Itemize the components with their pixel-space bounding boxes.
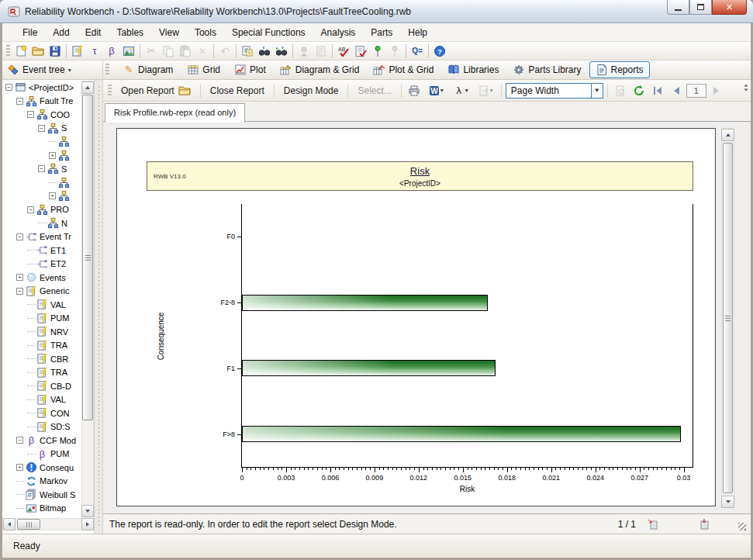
tree-item-ccf-mod[interactable]: −βCCF Mod	[2, 434, 81, 448]
tau-symbol-button[interactable]: τ	[86, 43, 103, 60]
tree-item-generic[interactable]: −Generic	[2, 285, 81, 299]
next-page-button[interactable]	[708, 82, 725, 99]
report-vertical-scrollbar[interactable]	[721, 128, 734, 508]
tree-item-cb-d[interactable]: CB-D	[2, 379, 81, 393]
first-page-button[interactable]	[649, 82, 666, 99]
refresh-button[interactable]	[630, 82, 648, 99]
tab-parts-library[interactable]: Parts Library	[506, 61, 587, 78]
page-number-input[interactable]: 1	[686, 84, 706, 98]
collapse-toggle-icon[interactable]: −	[16, 288, 23, 295]
tab-diagram-grid[interactable]: Diagram & Grid	[274, 61, 366, 78]
tree-item-event-tr[interactable]: −Event Tr	[2, 230, 81, 244]
tree-item-et1[interactable]: ET1	[2, 244, 81, 258]
menu-parts[interactable]: Parts	[363, 24, 400, 41]
restore-button[interactable]	[689, 0, 712, 15]
tree-item[interactable]	[2, 176, 81, 190]
tab-grid[interactable]: Grid	[181, 61, 226, 78]
toolbar-overflow-button[interactable]	[744, 84, 748, 92]
scroll-up-button[interactable]	[81, 81, 94, 94]
tab-diagram[interactable]: ✎Diagram	[116, 61, 179, 78]
toolbar-grip[interactable]	[105, 64, 109, 76]
export-lambda-button[interactable]: λ▾	[449, 82, 472, 99]
menu-special-functions[interactable]: Special Functions	[224, 24, 313, 41]
verify-button[interactable]	[295, 43, 313, 60]
collapse-toggle-icon[interactable]: −	[16, 98, 23, 105]
tree-item-tra[interactable]: TRA	[2, 339, 81, 353]
tree-item-s[interactable]: −S	[2, 162, 81, 176]
tree-scroll-thumb[interactable]	[82, 95, 93, 420]
tab-reports[interactable]: Reports	[589, 61, 650, 78]
pin-gray-button[interactable]	[386, 43, 403, 60]
collapse-toggle-icon[interactable]: −	[5, 84, 12, 91]
open-project-button[interactable]	[29, 43, 47, 60]
close-report-button[interactable]: Close Report	[205, 83, 270, 99]
report-scroll-thumb[interactable]	[723, 143, 733, 493]
project-options-button[interactable]	[313, 43, 330, 60]
zoom-combobox[interactable]: Page Width ▼	[506, 83, 603, 99]
open-report-button[interactable]: Open Report	[116, 82, 196, 99]
q-equals-button[interactable]: Q=	[409, 43, 426, 60]
tab-plot-grid[interactable]: Plot & Grid	[367, 61, 440, 78]
tree-item-consequ[interactable]: +Consequ	[2, 461, 81, 475]
main-toolbar-grip[interactable]	[6, 45, 10, 57]
collapse-toggle-icon[interactable]: −	[16, 233, 23, 240]
tree-item-events[interactable]: +Events	[2, 271, 81, 285]
add-image-button[interactable]	[120, 43, 137, 60]
collapse-toggle-icon[interactable]: −	[27, 206, 34, 213]
tree-vertical-scrollbar[interactable]	[81, 81, 94, 517]
zoom-marker-icon[interactable]	[647, 518, 659, 531]
tree-item-pum[interactable]: PUM	[2, 312, 81, 326]
previous-page-button[interactable]	[668, 82, 685, 99]
tree-item[interactable]	[2, 135, 81, 149]
tree-item-s[interactable]: −S	[2, 122, 81, 136]
export-word-button[interactable]: W▾	[424, 82, 447, 99]
tree-item-projectid[interactable]: −<ProjectID>	[2, 81, 81, 95]
tree-item-val[interactable]: VAL	[2, 393, 81, 407]
collapse-toggle-icon[interactable]: −	[16, 437, 23, 444]
collapse-toggle-icon[interactable]: −	[27, 111, 34, 118]
tree-item-val[interactable]: VAL	[2, 298, 81, 312]
tree-item-tra[interactable]: TRA	[2, 366, 81, 380]
copy-table-button[interactable]	[239, 43, 256, 60]
new-project-button[interactable]	[12, 43, 29, 60]
pin-green-button[interactable]	[369, 43, 386, 60]
print-button[interactable]	[406, 82, 423, 99]
tree-item-et2[interactable]: ET2	[2, 258, 81, 271]
report-scroll-up-button[interactable]	[721, 129, 734, 141]
menu-view[interactable]: View	[151, 24, 187, 41]
scroll-left-button[interactable]	[3, 518, 16, 531]
panel-splitter[interactable]	[94, 80, 103, 534]
undo-button[interactable]: ↶	[216, 43, 233, 60]
tree-item-n[interactable]: N	[2, 216, 81, 230]
tree-item-weibull-s[interactable]: Weibull S	[2, 488, 81, 502]
delete-button[interactable]: ✕	[194, 43, 211, 60]
beta-symbol-button[interactable]: β	[103, 43, 120, 60]
tab-libraries[interactable]: Libraries	[441, 61, 505, 78]
tree-horizontal-scrollbar[interactable]	[2, 518, 94, 531]
menu-tables[interactable]: Tables	[109, 24, 151, 41]
report-viewport[interactable]: RWB V13.0 Risk <ProjectID> Consequence F…	[103, 122, 751, 513]
tree-item-sd-s[interactable]: SD:S	[2, 420, 81, 434]
paste-button[interactable]	[177, 43, 194, 60]
copy-button[interactable]	[160, 43, 177, 60]
report-scroll-down-button[interactable]	[721, 496, 734, 508]
design-mode-button[interactable]: Design Mode	[278, 83, 344, 99]
menu-help[interactable]: Help	[400, 24, 435, 41]
tree-item-fault-tre[interactable]: −Fault Tre	[2, 95, 81, 109]
menu-edit[interactable]: Edit	[78, 24, 109, 41]
edit-properties-button[interactable]	[69, 43, 86, 60]
tree-item-nrv[interactable]: NRV	[2, 325, 81, 339]
menu-add[interactable]: Add	[45, 24, 77, 41]
expand-toggle-icon[interactable]: +	[49, 192, 56, 199]
cut-button[interactable]: ✂	[143, 43, 160, 60]
tree-hscroll-thumb[interactable]	[17, 519, 40, 530]
resize-grip[interactable]	[738, 523, 746, 531]
tree-item-coo[interactable]: −COO	[2, 108, 81, 122]
tree-item-pum[interactable]: βPUM	[2, 448, 81, 461]
close-button[interactable]: ✕	[712, 0, 747, 15]
select-button[interactable]: Select...	[352, 83, 396, 99]
verify-report-button[interactable]	[352, 43, 369, 60]
tab-plot[interactable]: Plot	[228, 61, 272, 78]
expand-toggle-icon[interactable]: +	[49, 152, 56, 159]
spell-check-button[interactable]: AB	[335, 43, 352, 60]
